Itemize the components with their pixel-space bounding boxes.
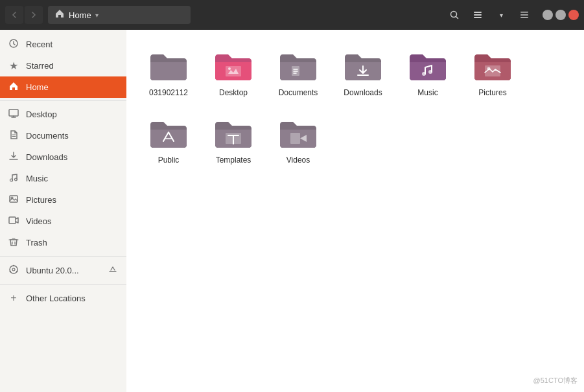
other-locations-icon: + (8, 292, 19, 304)
folder-icon-public (148, 115, 189, 152)
forward-button[interactable] (25, 6, 43, 24)
sidebar-item-starred[interactable]: ★ Starred (0, 55, 126, 76)
file-item-documents[interactable]: Documents (269, 43, 327, 104)
sidebar-item-home-label: Home (26, 82, 49, 92)
svg-point-15 (12, 268, 15, 271)
starred-icon: ★ (8, 60, 19, 72)
titlebar: Home ▾ ▾ (0, 0, 584, 30)
sidebar-item-ubuntu-label: Ubuntu 20.0... (26, 266, 79, 275)
sidebar-item-videos-label: Videos (26, 216, 52, 226)
svg-rect-4 (520, 12, 528, 13)
search-button[interactable] (444, 6, 465, 24)
sidebar-item-music-label: Music (26, 174, 48, 183)
svg-point-17 (16, 271, 18, 272)
sidebar-item-recent[interactable]: Recent (0, 34, 126, 55)
window-controls (543, 10, 579, 20)
sidebar-item-documents[interactable]: Documents (0, 125, 126, 146)
file-item-downloads[interactable]: Downloads (334, 43, 392, 104)
svg-rect-19 (226, 66, 241, 76)
view-options-button[interactable]: ▾ (491, 6, 511, 24)
sidebar-item-trash[interactable]: Trash (0, 232, 126, 253)
sidebar-item-videos[interactable]: Videos (0, 211, 126, 232)
folder-icon-documents (277, 48, 319, 84)
pictures-icon (8, 194, 19, 206)
file-label-documents: Documents (279, 88, 318, 98)
breadcrumb-dropdown-icon[interactable]: ▾ (95, 12, 99, 19)
chevron-down-icon: ▾ (500, 12, 503, 19)
file-label-downloads: Downloads (344, 88, 382, 98)
eject-icon[interactable] (107, 264, 119, 277)
folder-icon-031902112 (148, 48, 189, 84)
svg-point-16 (13, 265, 14, 266)
file-grid: 031902112 Desktop (139, 43, 571, 170)
svg-rect-6 (520, 17, 528, 19)
back-button[interactable] (5, 6, 23, 24)
sidebar-item-downloads-label: Downloads (26, 152, 67, 162)
sidebar-item-other-locations[interactable]: + Other Locations (0, 288, 126, 308)
watermark: @51CTO博客 (533, 376, 578, 386)
sidebar-item-ubuntu[interactable]: Ubuntu 20.0... (0, 259, 126, 282)
sidebar-item-recent-label: Recent (26, 40, 53, 49)
documents-icon (8, 130, 19, 142)
svg-rect-2 (474, 14, 482, 16)
sidebar-divider-2 (0, 256, 126, 257)
minimize-button[interactable] (543, 10, 553, 20)
nav-buttons (5, 6, 43, 24)
sidebar-divider-3 (0, 284, 126, 285)
recent-icon (8, 38, 19, 51)
sidebar-divider-1 (0, 100, 126, 101)
svg-point-23 (428, 70, 432, 74)
desktop-icon (8, 108, 19, 121)
downloads-icon (8, 151, 19, 163)
menu-button[interactable] (514, 6, 535, 24)
svg-rect-3 (474, 17, 482, 18)
folder-icon-downloads (342, 48, 384, 84)
svg-point-18 (10, 271, 11, 272)
sidebar-item-downloads[interactable]: Downloads (0, 146, 126, 168)
folder-icon-pictures (472, 48, 513, 84)
file-area: 031902112 Desktop (126, 30, 584, 392)
view-list-button[interactable] (467, 6, 488, 24)
sidebar-item-starred-label: Starred (26, 61, 54, 71)
file-item-031902112[interactable]: 031902112 (139, 43, 198, 104)
file-label-031902112: 031902112 (149, 88, 188, 98)
svg-rect-8 (9, 110, 18, 116)
home-icon (8, 81, 19, 93)
videos-icon (8, 215, 19, 227)
home-breadcrumb-icon (54, 8, 65, 21)
file-item-templates[interactable]: Templates (204, 110, 263, 171)
sidebar-item-music[interactable]: Music (0, 168, 126, 189)
svg-rect-1 (474, 12, 482, 13)
svg-rect-27 (290, 133, 300, 144)
file-label-pictures: Pictures (478, 88, 506, 98)
svg-point-14 (10, 266, 18, 273)
file-label-public: Public (158, 156, 180, 166)
file-item-public[interactable]: Public (139, 110, 198, 171)
titlebar-actions: ▾ (444, 6, 535, 24)
sidebar-item-desktop-label: Desktop (26, 110, 57, 119)
svg-rect-11 (10, 196, 18, 202)
sidebar-item-pictures-label: Pictures (26, 195, 56, 205)
file-item-desktop[interactable]: Desktop (204, 43, 263, 104)
svg-rect-5 (520, 14, 528, 16)
folder-icon-desktop (213, 48, 254, 84)
maximize-button[interactable] (555, 10, 566, 20)
music-icon (8, 172, 19, 185)
sidebar: Recent ★ Starred Home Desktop (0, 30, 126, 392)
file-item-pictures[interactable]: Pictures (463, 43, 522, 104)
ubuntu-icon (8, 264, 19, 277)
svg-rect-13 (9, 217, 16, 224)
sidebar-item-desktop[interactable]: Desktop (0, 104, 126, 125)
svg-point-22 (422, 72, 426, 76)
file-label-templates: Templates (216, 156, 251, 166)
folder-icon-music (407, 48, 449, 84)
sidebar-item-pictures[interactable]: Pictures (0, 189, 126, 211)
file-label-music: Music (417, 88, 438, 98)
sidebar-item-home[interactable]: Home (0, 76, 126, 98)
close-button[interactable] (568, 10, 579, 20)
folder-icon-videos (277, 115, 319, 152)
file-item-music[interactable]: Music (399, 43, 457, 104)
breadcrumb[interactable]: Home ▾ (48, 6, 191, 24)
file-label-desktop: Desktop (219, 88, 248, 98)
file-item-videos[interactable]: Videos (269, 110, 327, 171)
